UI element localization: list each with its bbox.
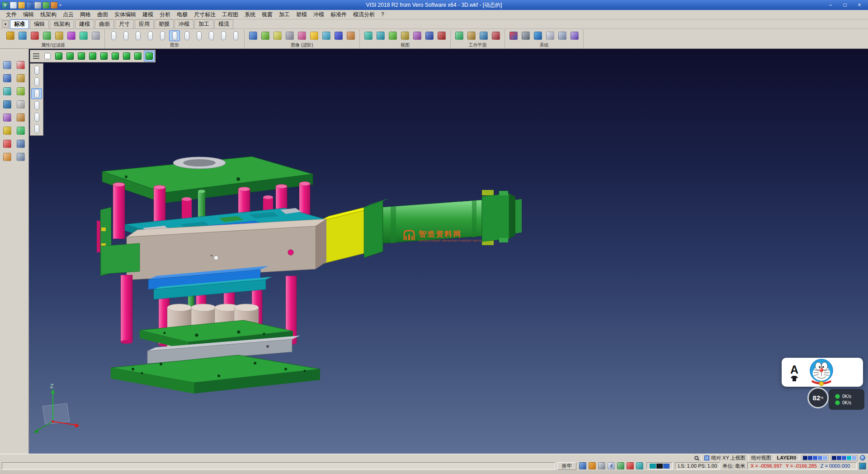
layer-color-segment[interactable] — [852, 456, 856, 460]
left-view-icon[interactable] — [87, 51, 98, 62]
network-speed-widget[interactable]: 0K/s 0K/s — [829, 389, 864, 410]
color-table-icon[interactable] — [508, 30, 519, 41]
bottom-view-icon[interactable] — [121, 51, 132, 62]
arc-icon[interactable] — [157, 30, 168, 41]
display-mode-icon[interactable] — [579, 462, 587, 470]
menu-item[interactable]: 曲面 — [94, 10, 111, 19]
scale-indicator[interactable]: LS: 1.00 PS: 1.00 — [675, 462, 720, 469]
layer-color-segment[interactable] — [842, 456, 846, 460]
quick-color-segment[interactable] — [656, 464, 663, 469]
zoom-icon[interactable] — [2, 60, 13, 71]
3d-model[interactable]: Z — [29, 49, 868, 454]
redline-icon[interactable] — [2, 138, 13, 149]
snap-settings-icon[interactable] — [636, 462, 644, 470]
view-menu-icon[interactable] — [31, 51, 42, 62]
menu-item[interactable]: 模流分析 — [350, 10, 378, 19]
menu-item[interactable]: 网格 — [77, 10, 94, 19]
menu-item[interactable]: 编辑 — [20, 10, 37, 19]
selection-mode-icon[interactable] — [626, 462, 635, 470]
render-quick-icon[interactable] — [588, 462, 597, 470]
model-hydraulic-cylinder[interactable] — [364, 190, 522, 258]
macro-icon[interactable] — [15, 152, 26, 162]
save-icon[interactable] — [26, 2, 33, 9]
layer-color-segment[interactable] — [837, 456, 841, 460]
display-filter-3-icon[interactable] — [31, 88, 42, 99]
capture-icon[interactable] — [345, 30, 356, 41]
display-filter-2-icon[interactable] — [31, 76, 42, 87]
layer-color-segment[interactable] — [803, 456, 807, 460]
menu-item[interactable]: 加工 — [276, 10, 293, 19]
layer-color-segment[interactable] — [813, 456, 817, 460]
settings-icon[interactable] — [51, 2, 57, 9]
close-button[interactable]: × — [853, 1, 866, 9]
menu-item[interactable]: 线架构 — [37, 10, 60, 19]
layer-filter-icon[interactable] — [42, 30, 52, 41]
group-icon[interactable] — [230, 30, 241, 41]
app-logo-icon[interactable]: V — [2, 2, 9, 9]
section-view-icon[interactable] — [436, 30, 447, 41]
pan-view-icon[interactable] — [387, 30, 398, 41]
absolute-view-label[interactable]: 绝对视图 — [751, 455, 771, 461]
hidden-line-icon[interactable] — [284, 30, 295, 41]
layer-color-segment[interactable] — [832, 456, 836, 460]
zoom-window-icon[interactable] — [375, 30, 386, 41]
ribbon-tab[interactable]: 应用 — [135, 19, 154, 29]
display-icon[interactable] — [520, 30, 531, 41]
point-icon[interactable] — [120, 30, 131, 41]
globe-icon[interactable] — [533, 30, 543, 41]
workplane-view-icon[interactable] — [478, 30, 489, 41]
new-file-icon[interactable] — [10, 2, 17, 9]
assistant-overlay-card[interactable]: A — [782, 358, 863, 387]
dynamic-view-cube-icon[interactable] — [144, 51, 155, 62]
eraser-icon[interactable] — [90, 30, 101, 41]
menu-item[interactable]: 尺寸标注 — [191, 10, 219, 19]
rectangle-icon[interactable] — [181, 30, 192, 41]
polyline-icon[interactable] — [145, 30, 156, 41]
minimize-button[interactable]: − — [824, 1, 837, 9]
menu-item[interactable]: 视窗 — [259, 10, 276, 19]
resize-grip[interactable] — [859, 463, 866, 469]
select-icon[interactable] — [108, 30, 119, 41]
maximize-button[interactable]: □ — [838, 1, 852, 9]
shading-icon[interactable] — [260, 30, 271, 41]
workplane-grid-icon[interactable] — [569, 30, 580, 41]
menu-item[interactable]: 分析 — [156, 10, 174, 19]
menu-item[interactable]: 塑模 — [293, 10, 310, 19]
ribbon-tab[interactable]: 冲模 — [175, 19, 193, 29]
menu-item[interactable]: 标准件 — [327, 10, 350, 19]
plot-icon[interactable] — [34, 2, 41, 9]
ribbon-tab[interactable]: 塑膜 — [155, 19, 174, 29]
previous-view-icon[interactable] — [412, 30, 423, 41]
ribbon-tab[interactable]: 标准 — [10, 19, 29, 29]
menu-item[interactable]: 系统 — [241, 10, 259, 19]
menu-item[interactable]: 工程图 — [219, 10, 241, 19]
3d-viewport[interactable]: Z 智造资料网 INTELLIGENT MANUFACTURING DATA — [29, 49, 868, 454]
download-progress-badge[interactable]: 82% — [807, 387, 829, 408]
filter-icon[interactable] — [17, 30, 28, 41]
view-mode-indicator[interactable]: 绝对 XY 上视图 — [704, 455, 745, 461]
display-filter-6-icon[interactable] — [31, 123, 42, 134]
rotate-view-icon[interactable] — [400, 30, 410, 41]
open-file-icon[interactable] — [18, 2, 25, 9]
mirror-icon[interactable] — [2, 86, 13, 97]
quick-color-segment[interactable] — [663, 464, 670, 469]
iso-view-icon[interactable] — [53, 51, 64, 62]
workplane-rotate-icon[interactable] — [491, 30, 501, 41]
back-view-icon[interactable] — [76, 51, 87, 62]
workplane-standard-icon[interactable] — [454, 30, 465, 41]
front-view-icon[interactable] — [65, 51, 75, 62]
wireframe-icon[interactable] — [272, 30, 283, 41]
menu-item[interactable]: 冲模 — [310, 10, 327, 19]
rotate-icon[interactable] — [2, 99, 13, 110]
grid-toggle-icon[interactable] — [598, 462, 606, 470]
layer-color-segment[interactable] — [847, 456, 851, 460]
layer-color-segment[interactable] — [823, 456, 827, 460]
quick-access-caret-icon[interactable]: ▼ — [59, 4, 62, 7]
quick-color-segment[interactable] — [650, 464, 656, 469]
menu-item[interactable]: 实体编辑 — [111, 10, 139, 19]
text-icon[interactable] — [206, 30, 217, 41]
circle-icon[interactable] — [169, 30, 180, 41]
texture-icon[interactable] — [297, 30, 307, 41]
display-filter-5-icon[interactable] — [31, 112, 42, 123]
active-layer-label[interactable]: LAYER0 — [777, 455, 796, 460]
